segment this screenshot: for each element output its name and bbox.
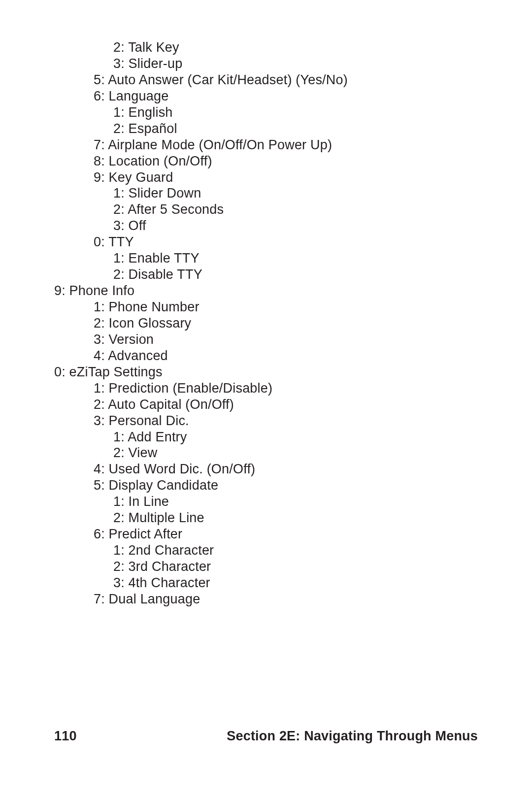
outline-line: 2: Español [113, 121, 478, 137]
outline-line: 3: Personal Dic. [94, 413, 478, 429]
outline-line: 1: Add Entry [113, 429, 478, 445]
outline-line: 7: Airplane Mode (On/Off/On Power Up) [94, 137, 478, 153]
outline-line: 3: Off [113, 218, 478, 234]
outline-line: 3: Slider-up [113, 56, 478, 72]
outline-line: 2: Disable TTY [113, 266, 478, 283]
outline-line: 3: 4th Character [113, 575, 478, 591]
outline-line: 1: 2nd Character [113, 542, 478, 559]
outline-line: 0: TTY [94, 234, 478, 250]
outline-line: 2: Auto Capital (On/Off) [94, 397, 478, 413]
outline-line: 2: View [113, 445, 478, 461]
outline-line: 5: Auto Answer (Car Kit/Headset) (Yes/No… [94, 72, 478, 88]
outline-line: 2: After 5 Seconds [113, 201, 478, 218]
outline-line: 8: Location (On/Off) [94, 153, 478, 169]
outline-line: 2: Icon Glossary [94, 315, 478, 332]
page-footer: 110 Section 2E: Navigating Through Menus [54, 729, 478, 744]
outline-line: 2: Multiple Line [113, 510, 478, 526]
outline-line: 2: 3rd Character [113, 559, 478, 575]
outline-line: 4: Advanced [94, 348, 478, 364]
outline-line: 6: Predict After [94, 526, 478, 542]
manual-page: 2: Talk Key3: Slider-up5: Auto Answer (C… [0, 0, 532, 798]
page-number: 110 [54, 729, 77, 744]
outline-line: 1: Phone Number [94, 299, 478, 315]
outline-line: 3: Version [94, 332, 478, 348]
menu-outline: 2: Talk Key3: Slider-up5: Auto Answer (C… [54, 39, 478, 607]
outline-line: 7: Dual Language [94, 591, 478, 607]
outline-line: 9: Phone Info [54, 283, 478, 299]
outline-line: 0: eZiTap Settings [54, 364, 478, 380]
outline-line: 2: Talk Key [113, 39, 478, 56]
outline-line: 4: Used Word Dic. (On/Off) [94, 461, 478, 477]
outline-line: 5: Display Candidate [94, 477, 478, 494]
outline-line: 6: Language [94, 88, 478, 104]
outline-line: 1: Prediction (Enable/Disable) [94, 380, 478, 397]
outline-line: 1: In Line [113, 494, 478, 510]
outline-line: 9: Key Guard [94, 169, 478, 186]
section-title: Section 2E: Navigating Through Menus [227, 729, 478, 744]
outline-line: 1: Enable TTY [113, 250, 478, 266]
outline-line: 1: English [113, 104, 478, 121]
outline-line: 1: Slider Down [113, 185, 478, 201]
